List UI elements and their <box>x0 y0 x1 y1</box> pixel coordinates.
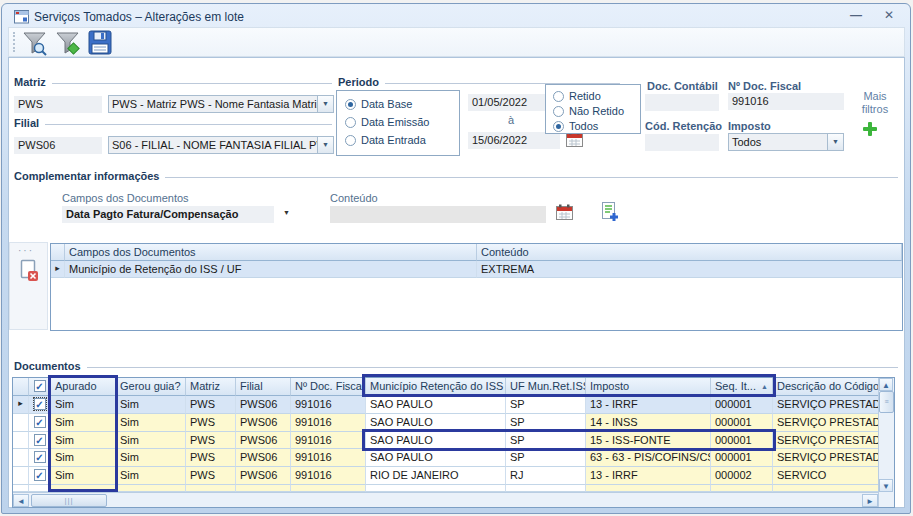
radio-data-entrada[interactable]: Data Entrada <box>345 134 459 146</box>
table-row[interactable]: ✓ Sim Sim PWS PWS06 991016 SAO PAULO SP … <box>13 449 878 467</box>
scrollbar-thumb[interactable]: ||| <box>31 494 107 507</box>
cell-uf[interactable]: RJ <box>506 467 586 485</box>
cod-retencao-field[interactable] <box>645 134 719 151</box>
col-header-imposto[interactable]: Imposto <box>586 378 711 396</box>
conteudo-field[interactable] <box>330 206 546 223</box>
cell-uf[interactable]: SP <box>506 432 586 450</box>
table-row[interactable]: ▸ ✓ Sim Sim PWS PWS06 991016 SAO PAULO S… <box>13 396 878 414</box>
scroll-down-icon[interactable]: ▼ <box>879 479 893 492</box>
matriz-combo[interactable]: PWS - Matriz PWS - Nome Fantasia Matriz … <box>108 95 334 113</box>
select-all-checkbox[interactable]: ✓ <box>29 378 51 396</box>
cell-descricao[interactable]: SERVIÇO PRESTADO ISS <box>773 396 878 414</box>
radio-todos[interactable]: Todos <box>553 120 640 132</box>
chevron-down-icon[interactable]: ▼ <box>283 209 290 216</box>
cell-filial[interactable]: PWS06 <box>236 396 291 414</box>
filial-combo[interactable]: S06 - FILIAL - NOME FANTASIA FILIAL PWS0… <box>108 136 334 154</box>
cell-num-doc[interactable]: 991016 <box>291 414 366 432</box>
cell-matriz[interactable]: PWS <box>186 396 236 414</box>
horizontal-scrollbar[interactable]: ◄ ||| ► <box>13 492 878 507</box>
col-header-municipio[interactable]: Município Retenção do ISS <box>366 378 506 396</box>
campo-cell[interactable]: Município de Retenção do ISS / UF <box>65 261 477 278</box>
col-header-gerou-guia[interactable]: Gerou guia? <box>116 378 186 396</box>
cell-municipio[interactable]: SAO PAULO <box>366 432 506 450</box>
cell-num-doc[interactable]: 991016 <box>291 396 366 414</box>
scroll-left-icon[interactable]: ◄ <box>13 494 29 507</box>
row-checkbox[interactable]: ✓ <box>29 449 51 467</box>
row-checkbox[interactable]: ✓ <box>29 396 51 414</box>
cell-gerou-guia[interactable]: Sim <box>116 449 186 467</box>
cell-filial[interactable]: PWS06 <box>236 449 291 467</box>
scroll-right-icon[interactable]: ► <box>862 494 878 507</box>
cell-imposto[interactable]: 63 - 63 - PIS/COFINS/CSLL <box>586 449 711 467</box>
cell-descricao[interactable]: SERVICO <box>773 467 878 485</box>
cell-descricao[interactable]: SERVIÇO PRESTADO ISS <box>773 449 878 467</box>
cell-apurado[interactable]: Sim <box>51 414 116 432</box>
chevron-down-icon[interactable]: ▼ <box>317 96 333 112</box>
cell-seq[interactable]: 000002 <box>711 467 773 485</box>
col-header-filial[interactable]: Filial <box>236 378 291 396</box>
vertical-scrollbar[interactable]: ▲ ≡ ▼ <box>878 378 894 507</box>
cell-matriz[interactable]: PWS <box>186 432 236 450</box>
cell-apurado[interactable]: Sim <box>51 467 116 485</box>
grip-dots-icon[interactable]: ··· <box>18 245 47 256</box>
col-header-descricao[interactable]: Descrição do Código do F <box>773 378 878 396</box>
row-checkbox[interactable]: ✓ <box>29 467 51 485</box>
filial-code-field[interactable]: PWS06 <box>14 137 102 154</box>
save-icon[interactable] <box>88 30 113 56</box>
col-header-num-doc-fiscal[interactable]: Nº Doc. Fiscal <box>291 378 366 396</box>
filter-apply-icon[interactable] <box>55 31 82 56</box>
col-header-seq[interactable]: Seq. It... ▲ <box>711 378 773 396</box>
cell-seq[interactable]: 000001 <box>711 396 773 414</box>
cell-apurado[interactable]: Sim <box>51 449 116 467</box>
row-checkbox[interactable]: ✓ <box>29 432 51 450</box>
close-button[interactable]: ✕ <box>884 8 894 22</box>
cell-num-doc[interactable]: 991016 <box>291 432 366 450</box>
delete-row-icon[interactable] <box>19 259 39 283</box>
cell-uf[interactable]: SP <box>506 449 586 467</box>
num-doc-fiscal-field[interactable]: 991016 <box>728 93 844 110</box>
cell-descricao[interactable]: SERVIÇO PRESTADO ISS <box>773 414 878 432</box>
scroll-up-icon[interactable]: ▲ <box>879 378 893 391</box>
cell-imposto[interactable]: 13 - IRRF <box>586 467 711 485</box>
filter-search-icon[interactable] <box>22 31 49 56</box>
cell-gerou-guia[interactable]: Sim <box>116 432 186 450</box>
cell-filial[interactable]: PWS06 <box>236 414 291 432</box>
cell-gerou-guia[interactable]: Sim <box>116 414 186 432</box>
radio-retido[interactable]: Retido <box>553 90 640 102</box>
radio-data-base[interactable]: Data Base <box>345 98 459 110</box>
cell-imposto[interactable]: 14 - INSS <box>586 414 711 432</box>
cell-apurado[interactable]: Sim <box>51 432 116 450</box>
date-to-field[interactable]: 15/06/2022 <box>468 132 560 149</box>
campos-documentos-combo[interactable]: Data Pagto Fatura/Compensação <box>62 206 274 223</box>
cell-municipio[interactable]: SAO PAULO <box>366 396 506 414</box>
radio-data-emissao[interactable]: Data Emissão <box>345 116 459 128</box>
col-header-matriz[interactable]: Matriz <box>186 378 236 396</box>
table-row[interactable]: ✓ Sim Sim PWS PWS06 991016 SAO PAULO SP … <box>13 432 878 450</box>
conteudo-cell[interactable]: EXTREMA <box>477 261 902 278</box>
row-checkbox[interactable]: ✓ <box>29 414 51 432</box>
table-row[interactable]: ✓ Sim Sim PWS PWS06 991016 RIO DE JANEIR… <box>13 467 878 485</box>
cell-seq[interactable]: 000001 <box>711 414 773 432</box>
campos-grid-row[interactable]: ▸ Município de Retenção do ISS / UF EXTR… <box>51 261 902 278</box>
imposto-combo[interactable]: Todos ▼ <box>728 133 844 151</box>
cell-filial[interactable]: PWS06 <box>236 432 291 450</box>
cell-seq[interactable]: 000001 <box>711 432 773 450</box>
cell-gerou-guia[interactable]: Sim <box>116 396 186 414</box>
cell-filial[interactable]: PWS06 <box>236 467 291 485</box>
cell-uf[interactable]: SP <box>506 396 586 414</box>
calendar-icon[interactable] <box>556 204 573 220</box>
table-row[interactable]: ✓ Sim Sim PWS PWS06 991016 SAO PAULO SP … <box>13 414 878 432</box>
minimize-button[interactable]: — <box>850 8 862 22</box>
add-record-icon[interactable] <box>600 202 619 222</box>
cell-matriz[interactable]: PWS <box>186 467 236 485</box>
cell-descricao[interactable]: SERVIÇO PRESTADO ISS <box>773 432 878 450</box>
cell-matriz[interactable]: PWS <box>186 414 236 432</box>
cell-num-doc[interactable]: 991016 <box>291 449 366 467</box>
cell-municipio[interactable]: SAO PAULO <box>366 449 506 467</box>
cell-num-doc[interactable]: 991016 <box>291 467 366 485</box>
add-filter-plus-icon[interactable] <box>863 122 877 136</box>
matriz-code-field[interactable]: PWS <box>14 96 102 113</box>
cell-gerou-guia[interactable]: Sim <box>116 467 186 485</box>
cell-apurado[interactable]: Sim <box>51 396 116 414</box>
cell-seq[interactable]: 000001 <box>711 449 773 467</box>
